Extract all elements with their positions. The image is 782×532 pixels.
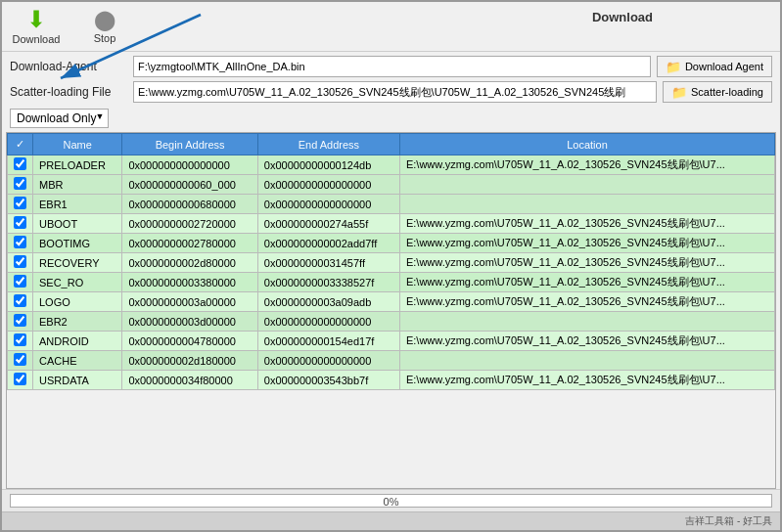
row-begin: 0x0000000002d80000 xyxy=(122,253,257,273)
toolbar: ⬇ Download ⬤ Stop Download xyxy=(2,2,780,52)
row-location: E:\www.yzmg.com\U705W_11_A.02_130526_SVN… xyxy=(399,214,774,234)
chevron-down-icon: ▼ xyxy=(95,111,104,121)
row-end: 0x000000000154ed17f xyxy=(257,332,399,351)
download-agent-row: Download-Agent 📁 Download Agent xyxy=(10,56,772,77)
row-location: E:\www.yzmg.com\U705W_11_A.02_130526_SVN… xyxy=(399,371,774,390)
table-row: SEC_RO 0x0000000003380000 0x000000000333… xyxy=(8,273,775,292)
row-checkbox[interactable] xyxy=(8,292,33,312)
row-end: 0x000000000274a55f xyxy=(257,214,399,234)
row-end: 0x0000000000000000 xyxy=(257,312,399,332)
row-begin: 0x0000000000680000 xyxy=(122,195,257,214)
download-label: Download xyxy=(13,33,61,45)
table-row: CACHE 0x000000002d180000 0x0000000000000… xyxy=(8,351,775,371)
progress-bar-area: 0% xyxy=(2,489,780,511)
table-row: PRELOADER 0x000000000000000 0x0000000000… xyxy=(8,155,775,175)
row-location xyxy=(399,175,774,195)
row-begin: 0x0000000003d00000 xyxy=(122,312,257,332)
row-location: E:\www.yzmg.com\U705W_11_A.02_130526_SVN… xyxy=(399,234,774,253)
row-checkbox[interactable] xyxy=(8,234,33,253)
row-name: SEC_RO xyxy=(33,273,122,292)
table-container: ✓ Name Begin Address End Address Locatio… xyxy=(6,132,776,489)
row-end: 0x000000000002add7ff xyxy=(257,234,399,253)
row-end: 0x00000000000124db xyxy=(257,155,399,175)
table-row: ANDROID 0x0000000004780000 0x00000000015… xyxy=(8,332,775,351)
row-location: E:\www.yzmg.com\U705W_11_A.02_130526_SVN… xyxy=(399,253,774,273)
row-location xyxy=(399,195,774,214)
row-location xyxy=(399,312,774,332)
download-button[interactable]: ⬇ Download xyxy=(12,8,61,45)
row-end: 0x0000000000000000 xyxy=(257,175,399,195)
folder-icon: 📁 xyxy=(666,60,681,74)
row-begin: 0x0000000034f80000 xyxy=(122,371,257,390)
col-end: End Address xyxy=(257,134,399,155)
row-checkbox[interactable] xyxy=(8,312,33,332)
row-begin: 0x000000000000000 xyxy=(122,155,257,175)
table-row: LOGO 0x0000000003a00000 0x0000000003a09a… xyxy=(8,292,775,312)
row-name: UBOOT xyxy=(33,214,122,234)
row-name: USRDATA xyxy=(33,371,122,390)
row-location xyxy=(399,351,774,371)
stop-button[interactable]: ⬤ Stop xyxy=(80,9,129,44)
download-agent-button[interactable]: 📁 Download Agent xyxy=(657,56,772,77)
stop-label: Stop xyxy=(94,32,116,44)
row-begin: 0x0000000002720000 xyxy=(122,214,257,234)
row-location: E:\www.yzmg.com\U705W_11_A.02_130526_SVN… xyxy=(399,332,774,351)
table-row: EBR2 0x0000000003d00000 0x00000000000000… xyxy=(8,312,775,332)
row-checkbox[interactable] xyxy=(8,214,33,234)
row-checkbox[interactable] xyxy=(8,332,33,351)
row-begin: 0x000000000060_000 xyxy=(122,175,257,195)
row-location: E:\www.yzmg.com\U705W_11_A.02_130526_SVN… xyxy=(399,273,774,292)
row-begin: 0x000000002d180000 xyxy=(122,351,257,371)
row-end: 0x0000000000000000 xyxy=(257,351,399,371)
table-row: UBOOT 0x0000000002720000 0x000000000274a… xyxy=(8,214,775,234)
scatter-loading-input[interactable] xyxy=(133,81,657,103)
row-begin: 0x0000000003a00000 xyxy=(122,292,257,312)
row-name: PRELOADER xyxy=(33,155,122,175)
row-name: BOOTIMG xyxy=(33,234,122,253)
download-only-dropdown[interactable]: Download Only ▼ xyxy=(10,109,109,128)
row-checkbox[interactable] xyxy=(8,351,33,371)
row-location: E:\www.yzmg.com\U705W_11_A.02_130526_SVN… xyxy=(399,155,774,175)
row-checkbox[interactable] xyxy=(8,155,33,175)
progress-label: 0% xyxy=(384,495,399,509)
download-agent-input[interactable] xyxy=(133,56,651,77)
progress-bar-track: 0% xyxy=(10,494,772,508)
scatter-loading-label: Scatter-loading File xyxy=(10,85,127,99)
folder-icon2: 📁 xyxy=(671,85,687,100)
row-name: MBR xyxy=(33,175,122,195)
download-agent-label: Download-Agent xyxy=(10,60,127,73)
row-name: EBR1 xyxy=(33,195,122,214)
row-checkbox[interactable] xyxy=(8,371,33,390)
row-checkbox[interactable] xyxy=(8,253,33,273)
row-checkbox[interactable] xyxy=(8,195,33,214)
col-location: Location xyxy=(399,134,774,155)
col-name: Name xyxy=(33,134,122,155)
row-name: RECOVERY xyxy=(33,253,122,273)
row-begin: 0x0000000002780000 xyxy=(122,234,257,253)
row-checkbox[interactable] xyxy=(8,273,33,292)
row-begin: 0x0000000004780000 xyxy=(122,332,257,351)
row-end: 0x00000000031457ff xyxy=(257,253,399,273)
stop-icon: ⬤ xyxy=(94,9,115,30)
download-icon: ⬇ xyxy=(26,8,46,31)
col-checkbox: ✓ xyxy=(8,134,33,155)
scatter-loading-row: Scatter-loading File 📁 Scatter-loading xyxy=(10,81,772,103)
form-section: Download-Agent 📁 Download Agent Scatter-… xyxy=(2,52,780,107)
table-row: BOOTIMG 0x0000000002780000 0x00000000000… xyxy=(8,234,775,253)
row-name: CACHE xyxy=(33,351,122,371)
row-end: 0x0000000003338527f xyxy=(257,273,399,292)
row-checkbox[interactable] xyxy=(8,175,33,195)
partition-table: ✓ Name Begin Address End Address Locatio… xyxy=(7,133,775,390)
download-only-section: Download Only ▼ xyxy=(2,107,780,132)
col-begin: Begin Address xyxy=(122,134,257,155)
status-bar: 吉祥工具箱 - 好工具 xyxy=(2,511,780,530)
row-end: 0x000000003543bb7f xyxy=(257,371,399,390)
row-name: LOGO xyxy=(33,292,122,312)
table-header-row: ✓ Name Begin Address End Address Locatio… xyxy=(8,134,775,155)
row-end: 0x0000000003a09adb xyxy=(257,292,399,312)
scatter-loading-button[interactable]: 📁 Scatter-loading xyxy=(663,81,772,103)
table-row: USRDATA 0x0000000034f80000 0x00000000354… xyxy=(8,371,775,390)
status-text: 吉祥工具箱 - 好工具 xyxy=(685,514,772,528)
row-end: 0x0000000000000000 xyxy=(257,195,399,214)
main-window: ⬇ Download ⬤ Stop Download Download-Agen xyxy=(0,0,782,532)
